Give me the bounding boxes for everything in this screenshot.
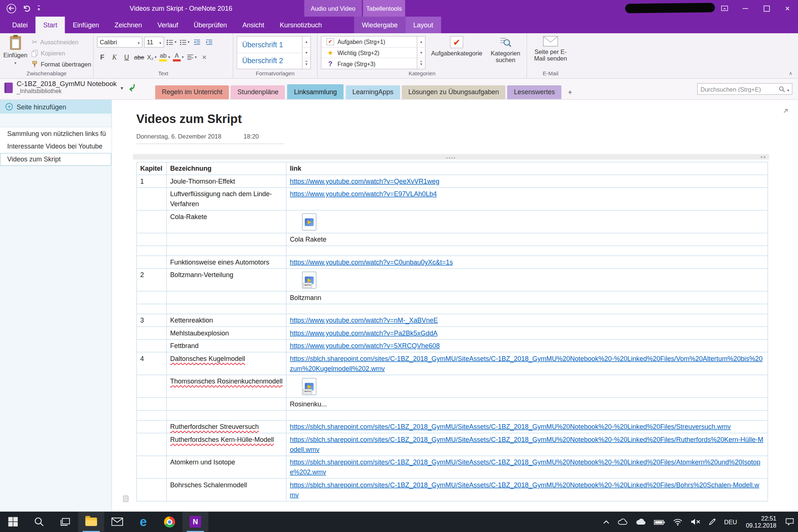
- cell-kapitel[interactable]: [137, 433, 167, 456]
- find-categories-button[interactable]: Kategorien suchen: [488, 35, 523, 64]
- cell-link[interactable]: https://www.youtube.com/watch?v=Pa2Bk5xG…: [286, 327, 768, 340]
- cell-link[interactable]: https://www.youtube.com/watch?v=E97VLAh0…: [286, 188, 768, 211]
- font-color-button[interactable]: A: [173, 52, 184, 63]
- format-painter-button[interactable]: Format übertragen: [32, 60, 91, 69]
- paragraph-alignment-button[interactable]: [186, 52, 197, 63]
- video-link[interactable]: https://sblch.sharepoint.com/sites/C-1BZ…: [290, 436, 764, 453]
- video-link[interactable]: https://www.youtube.com/watch?v=Pa2Bk5xG…: [290, 329, 438, 337]
- ribbon-tab-wiedergabe[interactable]: Wiedergabe: [354, 17, 405, 33]
- cell-link[interactable]: wmv: [286, 375, 768, 398]
- undo-button[interactable]: [23, 4, 31, 12]
- onedrive-business-icon[interactable]: [632, 512, 650, 532]
- close-button[interactable]: [777, 0, 798, 17]
- back-button[interactable]: [7, 4, 16, 13]
- cell-bezeichnung[interactable]: Funktionsweise eines Automotors: [167, 256, 286, 269]
- cell-kapitel[interactable]: [137, 246, 167, 256]
- windows-ink-pen-icon[interactable]: [704, 512, 720, 532]
- notebook-selector[interactable]: C-1BZ_2018_GymMU Notebook _Inhaltsbiblio…: [4, 81, 136, 95]
- cell-bezeichnung[interactable]: Rutherfordscher Streuversuch: [167, 420, 286, 433]
- ribbon-tab-einf-gen[interactable]: Einfügen: [65, 17, 107, 33]
- numbered-list-button[interactable]: [179, 37, 190, 48]
- cell-kapitel[interactable]: [137, 375, 167, 398]
- cell-link[interactable]: https://sblch.sharepoint.com/sites/C-1BZ…: [286, 433, 768, 456]
- cell-kapitel[interactable]: [137, 256, 167, 269]
- video-link[interactable]: https://www.youtube.com/watch?v=5XRCQVhe…: [290, 342, 440, 350]
- copy-button[interactable]: Kopieren: [32, 49, 91, 58]
- gallery-scroll-down-button[interactable]: [303, 47, 310, 58]
- cell-link[interactable]: [286, 410, 768, 420]
- font-size-select[interactable]: 11: [144, 37, 164, 48]
- section-tab-regeln-im-unterricht[interactable]: Regeln im Unterricht: [155, 85, 229, 99]
- cell-link[interactable]: https://www.youtube.com/watch?v=5XRCQVhe…: [286, 340, 768, 352]
- start-button[interactable]: [0, 512, 26, 532]
- section-tab-learningapps[interactable]: LearningApps: [346, 85, 400, 99]
- cell-kapitel[interactable]: [137, 420, 167, 433]
- cell-kapitel[interactable]: 2: [137, 269, 167, 291]
- cell-bezeichnung[interactable]: Rutherfordsches Kern-Hülle-Modell: [167, 433, 286, 456]
- mail-app-button[interactable]: [104, 512, 130, 532]
- cell-kapitel[interactable]: 4: [137, 352, 167, 375]
- cell-link[interactable]: https://sblch.sharepoint.com/sites/C-1BZ…: [286, 352, 768, 375]
- page-title[interactable]: Videos zum Skript: [136, 112, 242, 126]
- full-page-view-button[interactable]: [782, 108, 790, 116]
- cell-link[interactable]: https://sblch.sharepoint.com/sites/C-1BZ…: [286, 478, 768, 501]
- cell-bezeichnung[interactable]: Mehlstaubexplosion: [167, 327, 286, 340]
- cell-kapitel[interactable]: [137, 233, 167, 246]
- ribbon-tab-datei[interactable]: Datei: [4, 17, 35, 33]
- task-category-button[interactable]: Aufgabenkategorie: [431, 35, 482, 57]
- video-link[interactable]: https://www.youtube.com/watch?v=nM-_XaBV…: [290, 317, 438, 324]
- bullet-list-button[interactable]: [166, 37, 177, 48]
- send-page-email-button[interactable]: Seite per E-Mail senden: [531, 35, 570, 62]
- search-scope-dropdown[interactable]: [787, 86, 789, 92]
- chrome-browser-button[interactable]: [156, 512, 183, 532]
- gallery-scroll-up-button[interactable]: [417, 37, 425, 47]
- ribbon-tab-verlauf[interactable]: Verlauf: [150, 17, 186, 33]
- cell-link[interactable]: wmv: [286, 269, 768, 291]
- decrease-indent-button[interactable]: [192, 37, 202, 48]
- tray-expand-button[interactable]: [599, 512, 613, 532]
- ribbon-tab-layout[interactable]: Layout: [405, 17, 441, 33]
- cell-link[interactable]: https://www.youtube.com/watch?v=C0unbau0…: [286, 256, 768, 269]
- embedded-file-icon[interactable]: wmv: [302, 272, 317, 289]
- embedded-file-icon[interactable]: wmv: [302, 378, 317, 395]
- ribbon-tab-zeichnen[interactable]: Zeichnen: [107, 17, 150, 33]
- cell-link[interactable]: [286, 304, 768, 314]
- page-list-item[interactable]: Sammlung von nützlichen links fü: [0, 127, 112, 140]
- section-tab-l-sungen-zu-bungsaufgaben[interactable]: Lösungen zu Übungsaufgaben: [402, 85, 505, 99]
- add-page-button[interactable]: + Seite hinzufügen: [0, 100, 112, 114]
- cell-bezeichnung[interactable]: [167, 233, 286, 246]
- cell-bezeichnung[interactable]: Joule-Thomson-Effekt: [167, 175, 286, 188]
- video-link[interactable]: https://sblch.sharepoint.com/sites/C-1BZ…: [290, 458, 761, 476]
- file-explorer-button[interactable]: [78, 512, 105, 532]
- subscript-button[interactable]: X₂: [147, 52, 157, 63]
- onenote-app-button[interactable]: N: [183, 512, 209, 532]
- cell-bezeichnung[interactable]: [167, 246, 286, 256]
- task-view-button[interactable]: [52, 512, 78, 532]
- cell-link[interactable]: https://www.youtube.com/watch?v=nM-_XaBV…: [286, 314, 768, 327]
- cell-bezeichnung[interactable]: [167, 398, 286, 410]
- language-indicator[interactable]: DEU: [720, 512, 741, 532]
- add-section-button[interactable]: +: [563, 85, 577, 99]
- cell-bezeichnung[interactable]: Atomkern und Isotope: [167, 456, 286, 479]
- page-canvas[interactable]: Videos zum Skript Donnerstag, 6. Dezembe…: [112, 100, 798, 512]
- video-link[interactable]: https://sblch.sharepoint.com/sites/C-1BZ…: [290, 481, 760, 499]
- horizontal-scroll-arrows[interactable]: [760, 155, 768, 159]
- cell-bezeichnung[interactable]: Cola-Rakete: [167, 210, 286, 233]
- gallery-more-button[interactable]: [303, 58, 310, 69]
- video-link[interactable]: https://www.youtube.com/watch?v=QeeXvVR1…: [290, 177, 440, 185]
- bold-button[interactable]: F: [97, 52, 108, 63]
- increase-indent-button[interactable]: [204, 37, 215, 48]
- ribbon-tab-start[interactable]: Start: [35, 17, 65, 33]
- cell-link[interactable]: Boltzmann: [286, 291, 768, 304]
- cut-button[interactable]: Ausschneiden: [32, 38, 91, 47]
- page-list-item[interactable]: Interessante Videos bei Youtube: [0, 140, 112, 153]
- italic-button[interactable]: K: [109, 52, 120, 63]
- cell-link[interactable]: [286, 210, 768, 233]
- cell-bezeichnung[interactable]: Kettenreaktion: [167, 314, 286, 327]
- cell-kapitel[interactable]: [137, 188, 167, 211]
- paste-button[interactable]: Einfügen: [3, 35, 27, 66]
- cell-kapitel[interactable]: [137, 327, 167, 340]
- object-anchor-icon[interactable]: [123, 495, 129, 502]
- cell-link[interactable]: [286, 246, 768, 256]
- style-berschrift-2[interactable]: Überschrift 2: [237, 52, 302, 69]
